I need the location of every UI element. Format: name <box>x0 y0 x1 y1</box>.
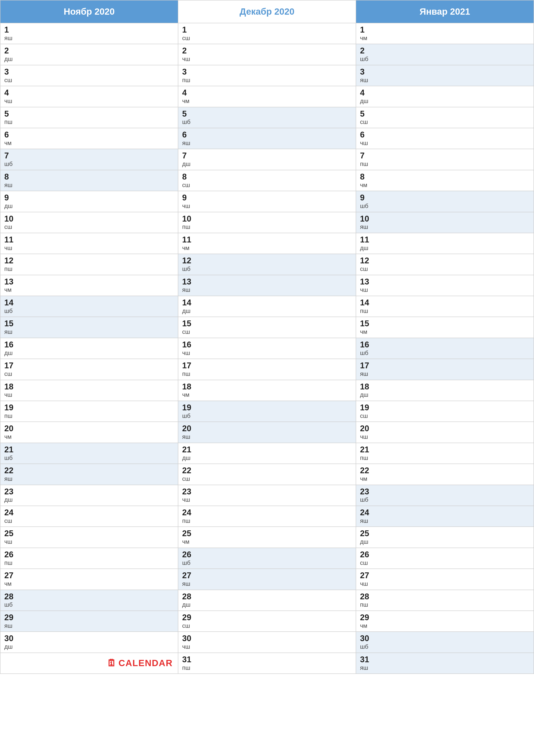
day-label: пш <box>182 76 352 84</box>
day-cell: 10пш <box>178 212 356 233</box>
day-number: 6 <box>182 130 352 139</box>
day-cell: 5шб <box>178 107 356 128</box>
day-cell: 18чм <box>178 380 356 401</box>
day-label: яш <box>4 35 174 42</box>
day-label: чм <box>360 475 530 482</box>
day-cell: 1сш <box>178 23 356 44</box>
day-number: 19 <box>4 403 174 412</box>
logo-cell: 🗓 CALENDAR <box>0 653 178 674</box>
day-number: 2 <box>360 46 530 55</box>
day-cell: 2чш <box>178 44 356 65</box>
day-number: 4 <box>182 88 352 97</box>
day-number: 28 <box>182 592 352 601</box>
day-number: 22 <box>4 466 174 475</box>
day-cell: 10яш <box>356 212 534 233</box>
day-label: шб <box>4 454 174 462</box>
day-number: 17 <box>182 361 352 370</box>
day-number: 22 <box>182 466 352 475</box>
day-label: чм <box>182 538 352 546</box>
day-number: 26 <box>4 550 174 559</box>
day-label: чм <box>182 97 352 105</box>
day-number: 10 <box>4 214 174 224</box>
day-label: чм <box>182 391 352 398</box>
day-number: 1 <box>360 25 530 35</box>
day-number: 23 <box>360 487 530 496</box>
day-label: шб <box>182 559 352 567</box>
day-label: чш <box>182 349 352 357</box>
day-cell: 7дш <box>178 149 356 170</box>
day-label: пш <box>360 454 530 462</box>
day-cell: 18чш <box>0 380 178 401</box>
day-cell: 30шб <box>356 632 534 653</box>
day-cell: 11чм <box>178 233 356 254</box>
day-label: пш <box>4 265 174 273</box>
day-cell: 8яш <box>0 170 178 191</box>
day-number: 20 <box>360 424 530 433</box>
day-number: 25 <box>4 529 174 538</box>
day-number: 30 <box>4 634 174 643</box>
day-cell: 28дш <box>178 590 356 611</box>
day-cell: 17яш <box>356 359 534 380</box>
month-header-nov: Ноябр 2020 <box>0 0 178 23</box>
day-cell: 20чм <box>0 422 178 443</box>
day-cell: 29чм <box>356 611 534 632</box>
day-label: яш <box>360 76 530 84</box>
day-label: чм <box>360 622 530 630</box>
day-cell: 9шб <box>356 191 534 212</box>
day-cell: 18дш <box>356 380 534 401</box>
day-label: чш <box>4 538 174 546</box>
day-label: шб <box>4 160 174 168</box>
day-label: сш <box>360 559 530 567</box>
day-number: 27 <box>4 571 174 580</box>
day-number: 6 <box>4 130 174 139</box>
day-label: чш <box>360 433 530 441</box>
day-cell: 21шб <box>0 443 178 464</box>
day-cell: 17сш <box>0 359 178 380</box>
day-number: 1 <box>182 25 352 35</box>
day-label: сш <box>4 223 174 230</box>
day-cell: 27яш <box>178 569 356 590</box>
day-number: 28 <box>4 592 174 601</box>
day-cell: 26пш <box>0 548 178 569</box>
day-label: сш <box>4 517 174 525</box>
day-number: 17 <box>360 361 530 370</box>
day-label: дш <box>182 601 352 608</box>
day-cell: 15яш <box>0 317 178 338</box>
day-number: 25 <box>182 529 352 538</box>
day-label: чм <box>360 35 530 42</box>
calendar-logo-text: CALENDAR <box>118 658 173 668</box>
day-cell: 6чм <box>0 128 178 149</box>
day-number: 8 <box>360 173 530 181</box>
day-cell: 25чш <box>0 527 178 548</box>
day-label: сш <box>360 412 530 419</box>
day-cell: 6яш <box>178 128 356 149</box>
day-label: яш <box>182 433 352 441</box>
day-label: пш <box>182 664 352 671</box>
day-label: яш <box>4 181 174 189</box>
day-cell: 31пш <box>178 653 356 674</box>
calendar-grid: Ноябр 2020Декабр 2020Январ 20211яш1сш1чм… <box>0 0 534 674</box>
day-label: шб <box>182 118 352 126</box>
day-cell: 12шб <box>178 254 356 275</box>
day-cell: 3пш <box>178 65 356 86</box>
day-cell: 27чш <box>356 569 534 590</box>
day-cell: 14дш <box>178 296 356 317</box>
day-cell: 24яш <box>356 506 534 527</box>
day-number: 16 <box>4 340 174 349</box>
day-label: яш <box>4 475 174 482</box>
day-label: сш <box>182 35 352 42</box>
day-label: чш <box>4 244 174 252</box>
day-number: 12 <box>182 256 352 265</box>
day-cell: 12пш <box>0 254 178 275</box>
day-cell: 9дш <box>0 191 178 212</box>
day-number: 11 <box>182 235 352 244</box>
day-label: яш <box>4 622 174 630</box>
day-number: 9 <box>182 193 352 202</box>
calendar-logo-icon: 🗓 <box>107 658 116 668</box>
day-label: пш <box>4 559 174 567</box>
day-label: сш <box>360 265 530 273</box>
day-number: 17 <box>4 361 174 370</box>
day-number: 5 <box>4 109 174 119</box>
day-cell: 20чш <box>356 422 534 443</box>
day-label: сш <box>4 76 174 84</box>
